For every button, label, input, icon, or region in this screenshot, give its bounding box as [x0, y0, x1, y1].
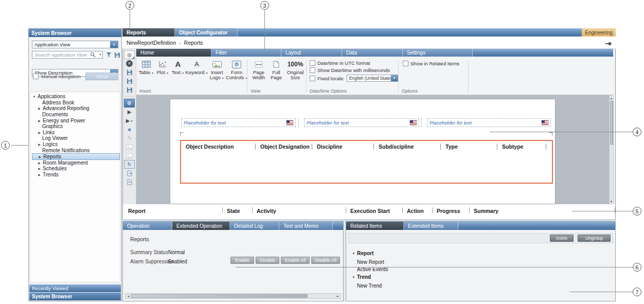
scroll-up-icon[interactable]: ▲: [610, 96, 613, 100]
expand-closed-icon[interactable]: ▶: [37, 119, 42, 122]
expand-open-icon[interactable]: ▼: [351, 252, 356, 255]
table-selection-handle[interactable]: [549, 132, 552, 136]
related-group-report[interactable]: ▼ Report: [351, 251, 373, 256]
column-subdiscipline[interactable]: Subdiscipline: [374, 141, 441, 152]
header-placeholder-center[interactable]: Placeholder for text: [304, 118, 419, 127]
run-options-icon[interactable]: ▶▼: [124, 116, 135, 125]
tree-item-documents[interactable]: Documents: [32, 112, 120, 118]
tree-item-address-book[interactable]: Address Book: [32, 100, 120, 106]
application-view-combo[interactable]: Application View ▼: [32, 41, 118, 48]
column-action[interactable]: Action: [403, 204, 433, 219]
expand-closed-icon[interactable]: ▶: [37, 173, 42, 176]
ribbon-tab-data[interactable]: Data: [342, 49, 403, 57]
tree-item-graphics[interactable]: Graphics: [32, 123, 120, 130]
utc-format-checkbox[interactable]: [310, 60, 315, 66]
tree-item-links[interactable]: ▶Links: [32, 130, 120, 136]
form-controls-button[interactable]: ⚙ Form Controls▼: [226, 59, 247, 81]
milliseconds-checkbox[interactable]: [310, 67, 315, 73]
tab-reports[interactable]: Reports: [122, 28, 175, 37]
original-size-button[interactable]: 100% Original Size: [285, 59, 305, 80]
breadcrumb-section[interactable]: Reports: [184, 40, 203, 46]
tree-item-trends[interactable]: ▶Trends: [32, 172, 120, 178]
expand-closed-icon[interactable]: ▶: [37, 106, 42, 110]
breadcrumb[interactable]: NewReportDefinition - Reports: [122, 37, 616, 49]
system-browser-footer-bar[interactable]: System Browser: [29, 293, 121, 300]
send-button[interactable]: Send: [85, 73, 118, 80]
settings-gear-icon[interactable]: ⚙: [124, 99, 135, 108]
tree-root-applications[interactable]: ▼ Applications: [32, 94, 120, 100]
report-table[interactable]: Object Description Object Designation Di…: [180, 140, 553, 184]
expand-closed-icon[interactable]: ▶: [37, 131, 42, 134]
ribbon-tab-filter[interactable]: Filter: [211, 49, 281, 57]
tree-item-logics[interactable]: ▶Logics: [32, 141, 120, 148]
tree-item-advanced-reporting[interactable]: ▶Advanced Reporting: [32, 105, 120, 112]
chevron-down-icon[interactable]: ▼: [391, 75, 398, 81]
disable-all-button[interactable]: Disable All: [311, 257, 340, 264]
fixed-locale-checkbox[interactable]: [310, 76, 315, 81]
page-width-button[interactable]: Page Width: [251, 59, 267, 80]
locale-combo[interactable]: English (United States) ▼: [347, 75, 398, 82]
expand-open-icon[interactable]: ▼: [351, 276, 356, 279]
related-item-new-report[interactable]: New Report: [357, 259, 384, 265]
select-tool-icon[interactable]: ◎: [124, 50, 135, 59]
locale-flag-icon[interactable]: [542, 120, 548, 125]
column-activity[interactable]: Activity: [253, 204, 346, 219]
ribbon-tab-layout[interactable]: Layout: [281, 49, 342, 57]
tree-item-log-viewer[interactable]: Log Viewer: [32, 135, 120, 141]
column-progress[interactable]: Progress: [433, 204, 470, 219]
ungroup-button[interactable]: Ungroup: [578, 235, 611, 242]
enable-all-button[interactable]: Enable All: [281, 257, 310, 264]
column-object-designation[interactable]: Object Designation: [256, 141, 312, 152]
expand-open-icon[interactable]: ▼: [32, 95, 37, 98]
stop-icon[interactable]: ■: [124, 125, 135, 134]
tab-text-and-memo[interactable]: Text and Memo: [279, 222, 333, 230]
insert-keyword-button[interactable]: A Keyword▼: [186, 59, 208, 81]
locale-flag-icon[interactable]: [410, 120, 417, 125]
filter-funnel-icon[interactable]: [106, 52, 112, 59]
expand-closed-icon[interactable]: ▶: [37, 142, 42, 146]
save-icon[interactable]: [124, 68, 135, 77]
breadcrumb-object-name[interactable]: NewReportDefinition: [127, 40, 176, 46]
tree-item-energy-and-power[interactable]: ▶Energy and Power: [32, 117, 120, 123]
column-report[interactable]: Report: [123, 204, 223, 219]
export-icon[interactable]: [124, 169, 135, 177]
tab-extended-items[interactable]: Extended Items: [404, 222, 458, 230]
column-summary[interactable]: Summary: [470, 204, 615, 219]
tab-object-configurator[interactable]: Object Configurator: [175, 28, 238, 37]
tab-extended-operation[interactable]: Extended Operation: [172, 222, 230, 230]
save-all-icon[interactable]: [124, 85, 135, 94]
icons-button[interactable]: Icons: [550, 235, 574, 242]
cancel-icon[interactable]: ×: [124, 59, 135, 68]
locale-flag-icon[interactable]: [287, 120, 293, 125]
save-search-icon[interactable]: [114, 52, 120, 59]
scroll-left-icon[interactable]: ◄: [126, 294, 131, 298]
tree-item-remote-notifications[interactable]: Remote Notifications: [32, 147, 120, 153]
full-page-button[interactable]: Full Page: [269, 59, 283, 80]
report-canvas[interactable]: Placeholder for text Placeholder for tex…: [136, 95, 609, 204]
column-state[interactable]: State: [223, 204, 253, 219]
export-pdf-icon[interactable]: [124, 142, 135, 151]
tree-item-schedules[interactable]: ▶Schedules: [32, 166, 120, 172]
insert-table-button[interactable]: Table▼: [138, 59, 154, 81]
chevron-down-icon[interactable]: ▼: [110, 41, 118, 48]
tab-detailed-log[interactable]: Detailed Log: [230, 222, 279, 230]
expand-closed-icon[interactable]: ▶: [37, 167, 42, 170]
run-icon[interactable]: ▶: [124, 108, 135, 116]
ribbon-tab-home[interactable]: Home: [136, 49, 211, 57]
refresh-icon[interactable]: ↻: [124, 160, 135, 169]
insert-plot-button[interactable]: Plot▼: [155, 59, 170, 81]
expand-closed-icon[interactable]: ▶: [38, 155, 42, 158]
scrollbar-thumb[interactable]: [131, 294, 308, 298]
column-type[interactable]: Type: [441, 141, 497, 152]
header-placeholder-right[interactable]: Placeholder for text: [427, 118, 551, 127]
search-icon[interactable]: [90, 52, 96, 59]
show-in-related-checkbox[interactable]: [403, 61, 408, 66]
column-execution-start[interactable]: Execution Start: [346, 204, 403, 219]
insert-logo-button[interactable]: Insert Logo▼: [209, 59, 225, 81]
insert-text-button[interactable]: A Text▼: [171, 59, 185, 81]
disable-button[interactable]: Disable: [256, 257, 279, 264]
scrollbar-thumb[interactable]: [610, 101, 613, 145]
scroll-down-icon[interactable]: ▼: [610, 199, 613, 204]
scroll-right-icon[interactable]: ►: [335, 294, 341, 298]
manual-navigation-checkbox[interactable]: [33, 74, 39, 79]
